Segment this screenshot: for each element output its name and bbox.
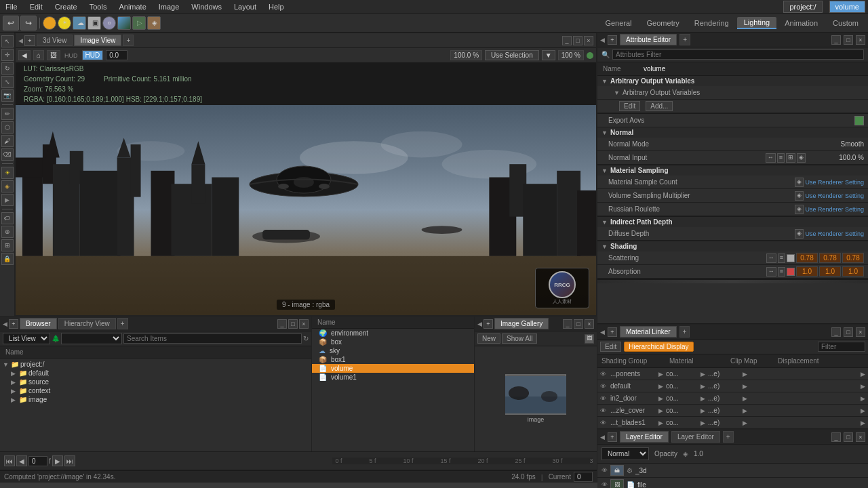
absorb-icon1[interactable]: ↔ xyxy=(766,267,776,277)
light-icon[interactable]: ☀ xyxy=(1,167,14,179)
mat-arr-3[interactable]: ▶ xyxy=(658,407,663,414)
cube-icon[interactable]: ▣ xyxy=(87,16,101,30)
viewport-add-tab[interactable]: + xyxy=(123,35,134,46)
file-environment[interactable]: 🌍 environment xyxy=(312,329,474,338)
attr-min[interactable]: _ xyxy=(831,35,841,45)
attr-add-tab[interactable]: + xyxy=(679,34,690,45)
undo-icon[interactable]: ↩ xyxy=(3,16,19,30)
mat-count-icon[interactable]: ◈ xyxy=(795,178,804,187)
tab-material-linker[interactable]: Material Linker xyxy=(620,326,677,338)
attr-section-normal[interactable]: ▼ Normal xyxy=(597,127,868,138)
camera-icon[interactable]: 📷 xyxy=(1,89,14,102)
eraser-icon[interactable]: ⌫ xyxy=(1,148,14,161)
mat-add-tab[interactable]: + xyxy=(679,326,690,338)
rotate-icon[interactable]: ↻ xyxy=(1,62,14,75)
viewport-expand[interactable]: + xyxy=(24,35,35,46)
menu-layout[interactable]: Layout xyxy=(231,3,259,11)
menu-tools[interactable]: Tools xyxy=(87,3,110,11)
mat-close[interactable]: × xyxy=(856,327,865,337)
diffuse-icon[interactable]: ◈ xyxy=(795,229,804,239)
timeline-play-start[interactable]: ⏮ xyxy=(4,455,15,466)
tree-folder-source[interactable]: ▶ 📁 source xyxy=(1,378,310,386)
timeline-prev-frame[interactable]: ◀ xyxy=(16,455,27,466)
vp-home[interactable]: ⌂ xyxy=(33,50,44,60)
use-selection-dropdown[interactable]: ▼ xyxy=(542,50,555,60)
normal-input-icon3[interactable]: ⊞ xyxy=(786,153,795,163)
tab-image-gallery[interactable]: Image Gallery xyxy=(494,318,549,329)
mat-arr-c3[interactable]: ▶ xyxy=(743,407,747,414)
tab-imageview[interactable]: Image View xyxy=(74,35,121,46)
image-gallery-new-panel[interactable]: + xyxy=(484,319,493,329)
attr-section-arbitrary[interactable]: ▼ Arbitrary Output Variables xyxy=(597,76,868,86)
render2-icon[interactable]: ▶ xyxy=(1,194,14,206)
mat-arr-m3[interactable]: ▶ xyxy=(701,407,705,414)
use-selection-btn[interactable]: Use Selection xyxy=(485,50,539,60)
export-aovs-checkbox[interactable] xyxy=(854,116,864,125)
normal-input-icon1[interactable]: ↔ xyxy=(766,153,776,163)
tab-geometry[interactable]: Geometry xyxy=(640,18,686,28)
tab-rendering[interactable]: Rendering xyxy=(688,18,736,28)
layer-new-panel[interactable]: + xyxy=(608,432,617,442)
mat-edit-btn[interactable]: Edit xyxy=(600,342,621,352)
paint-icon[interactable]: ✏ xyxy=(1,108,14,120)
material-icon[interactable]: ◈ xyxy=(1,180,14,192)
render-icon[interactable]: ▷ xyxy=(132,16,146,30)
viewport-canvas[interactable]: 9 - image : rgba RRCG 人人素材 xyxy=(16,105,596,315)
timeline-next-frame[interactable]: ▶ xyxy=(52,455,63,466)
mat-arr-m2[interactable]: ▶ xyxy=(701,395,705,402)
mat-filter-input[interactable] xyxy=(818,342,865,352)
vp-nav-back[interactable]: ◀ xyxy=(18,50,31,60)
layer-vis-3d[interactable]: 👁 xyxy=(601,467,608,474)
mat-arr-d0[interactable]: ▶ xyxy=(861,371,865,378)
tab-layer-editor[interactable]: Layer Editor xyxy=(620,431,669,443)
browser-expand-btn[interactable]: ◀ xyxy=(3,321,7,327)
timeline-play-end[interactable]: ⏭ xyxy=(64,455,75,466)
mat-arr-c2[interactable]: ▶ xyxy=(743,395,747,402)
file-sky[interactable]: ☁ sky xyxy=(312,346,474,355)
tab-hierarchy[interactable]: Hierarchy View xyxy=(58,318,116,329)
xray-icon[interactable]: ⊞ xyxy=(1,239,14,251)
mat-row-1[interactable]: 👁 default ▶ co... ▶ ...e) ▶ ▶ xyxy=(597,380,868,392)
tag-icon[interactable]: 🏷 xyxy=(1,212,14,224)
lock-icon[interactable]: 🔒 xyxy=(1,253,14,265)
mat-new-panel[interactable]: + xyxy=(608,327,617,337)
tree-folder-default[interactable]: ▶ 📁 default xyxy=(1,369,310,378)
timeline-frame-input[interactable] xyxy=(28,456,47,466)
menu-help[interactable]: Help xyxy=(266,3,287,11)
mat-arr-m1[interactable]: ▶ xyxy=(701,383,705,390)
tree-folder-image[interactable]: ▶ 📁 image xyxy=(1,395,310,404)
oval-icon[interactable]: ○ xyxy=(102,16,116,30)
menu-edit[interactable]: Edit xyxy=(27,3,45,11)
scat-icon2[interactable]: ≡ xyxy=(778,253,785,263)
image-thumb-item[interactable]: image xyxy=(505,374,566,424)
layer-max[interactable]: □ xyxy=(844,432,853,442)
add-btn[interactable]: Add... xyxy=(646,101,673,111)
layer-close[interactable]: × xyxy=(856,432,865,442)
project-item-select[interactable]: Project Item xyxy=(61,333,122,344)
mat-icon[interactable]: ◈ xyxy=(147,16,161,30)
browser-new-panel[interactable]: + xyxy=(9,319,18,329)
tab-browser[interactable]: Browser xyxy=(20,318,57,329)
mat-arr-m0[interactable]: ▶ xyxy=(701,371,705,378)
select-icon[interactable]: ↖ xyxy=(1,35,14,47)
rr-icon[interactable]: ◈ xyxy=(795,205,804,214)
edit-btn[interactable]: Edit xyxy=(619,101,640,111)
mat-arr-2[interactable]: ▶ xyxy=(658,395,663,402)
mat-arr-d3[interactable]: ▶ xyxy=(861,407,865,414)
vp-hud-btn[interactable]: HUD xyxy=(82,50,104,60)
mat-row-4[interactable]: 👁 ...t_blades1 ▶ co... ▶ ...e) ▶ ▶ xyxy=(597,417,868,429)
tab-general[interactable]: General xyxy=(598,18,638,28)
layer-row-file[interactable]: 👁 🖼 📄 file xyxy=(597,478,868,488)
redo-icon[interactable]: ↪ xyxy=(20,16,37,30)
mat-max[interactable]: □ xyxy=(844,327,853,337)
mat-arr-m4[interactable]: ▶ xyxy=(701,420,705,426)
mat-arr-0[interactable]: ▶ xyxy=(658,371,663,378)
absorb-icon2[interactable]: ≡ xyxy=(778,267,785,277)
vp-maximize[interactable]: □ xyxy=(573,36,583,45)
attr-section-shading[interactable]: ▼ Shading xyxy=(597,241,868,251)
attr-section-indirect-depth[interactable]: ▼ Indirect Path Depth xyxy=(597,217,868,227)
vol-sampling-icon[interactable]: ◈ xyxy=(795,191,804,201)
menu-file[interactable]: File xyxy=(3,3,20,11)
brush-icon[interactable]: 🖌 xyxy=(1,135,14,147)
mat-min[interactable]: _ xyxy=(831,327,841,337)
